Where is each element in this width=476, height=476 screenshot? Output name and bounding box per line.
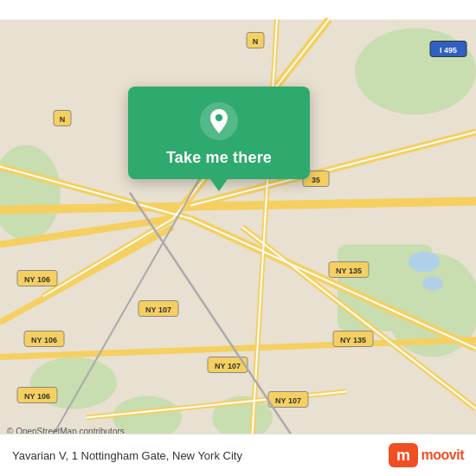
map-container: NY 106 NY 106 NY 106 35 NY 135 NY 135 NY… xyxy=(0,0,476,476)
svg-text:N: N xyxy=(253,37,259,46)
svg-text:NY 107: NY 107 xyxy=(275,396,301,405)
svg-text:NY 106: NY 106 xyxy=(24,392,50,401)
svg-text:NY 106: NY 106 xyxy=(31,336,57,344)
svg-text:NY 107: NY 107 xyxy=(145,306,171,314)
svg-text:NY 107: NY 107 xyxy=(215,362,241,370)
map-background: NY 106 NY 106 NY 106 35 NY 135 NY 135 NY… xyxy=(0,0,476,476)
moovit-brand-text: moovit xyxy=(421,447,464,463)
bottom-bar: Yavarian V, 1 Nottingham Gate, New York … xyxy=(0,434,476,476)
svg-text:NY 135: NY 135 xyxy=(336,267,362,275)
location-pin-icon xyxy=(200,102,238,140)
svg-point-8 xyxy=(408,252,440,273)
svg-text:NY 106: NY 106 xyxy=(24,275,50,284)
moovit-m-badge: m xyxy=(389,443,418,467)
svg-text:NY 135: NY 135 xyxy=(340,336,366,344)
svg-point-57 xyxy=(215,114,222,121)
moovit-m-letter: m xyxy=(396,447,409,465)
location-popup[interactable]: Take me there xyxy=(128,87,310,179)
svg-text:N: N xyxy=(60,115,66,124)
svg-point-9 xyxy=(422,277,443,291)
svg-text:I 495: I 495 xyxy=(440,46,457,55)
svg-text:35: 35 xyxy=(312,176,320,184)
address-label: Yavarian V, 1 Nottingham Gate, New York … xyxy=(12,449,242,462)
take-me-there-label: Take me there xyxy=(166,149,272,167)
moovit-logo: m moovit xyxy=(389,443,464,467)
